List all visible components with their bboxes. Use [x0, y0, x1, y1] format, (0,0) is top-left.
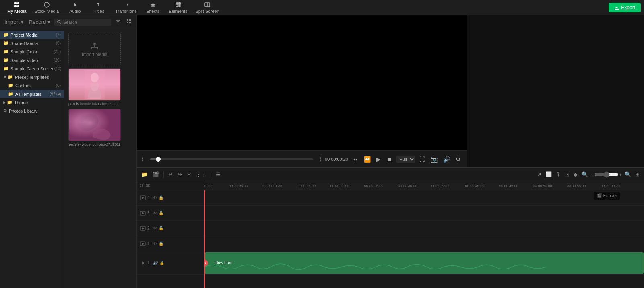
play-button[interactable]: ▶ — [375, 155, 382, 164]
media-thumbnail-pink — [68, 109, 121, 141]
svg-line-13 — [60, 23, 61, 23]
quality-select[interactable]: Full — [396, 156, 415, 163]
svg-rect-19 — [127, 22, 128, 23]
zoom-in-button[interactable]: 🔍 — [623, 170, 632, 179]
track-eye-button[interactable]: 👁 — [153, 211, 157, 215]
filter-button[interactable] — [114, 18, 122, 26]
zoom-slider[interactable] — [594, 171, 619, 178]
step-back-button[interactable]: ⏪ — [363, 155, 372, 164]
redo-button[interactable]: ↪ — [176, 170, 183, 179]
folder-icon: 📁 — [8, 83, 14, 88]
left-content: 📁 Project Media (2) 📁 Shared Media (0) 📁… — [0, 29, 136, 288]
playhead[interactable] — [204, 190, 205, 288]
svg-rect-18 — [129, 19, 131, 21]
timeline-clip-button[interactable]: 🎬 — [151, 170, 160, 179]
nav-my-media[interactable]: My Media — [3, 1, 31, 14]
rewind-button[interactable]: ⏮ — [351, 155, 359, 164]
track-lock-button[interactable]: 🔒 — [159, 195, 163, 200]
timeline-tool1[interactable]: ↗ — [536, 170, 543, 179]
svg-rect-23 — [85, 70, 105, 99]
collapse-arrow-icon: ▶ — [3, 101, 6, 105]
track-eye-button[interactable]: 👁 — [153, 226, 157, 230]
import-button[interactable]: Import ▾ — [3, 18, 25, 26]
tree-item-sample-green[interactable]: 📁 Sample Green Screen (10) — [0, 64, 64, 73]
split-button[interactable]: ⋮⋮ — [195, 170, 208, 179]
screenshot-button[interactable]: 📷 — [429, 155, 439, 164]
nav-effects[interactable]: Effects — [141, 1, 165, 14]
media-item-pink[interactable]: pexels-jv-buenconcejo-2719301 — [68, 109, 121, 146]
timeline-audio[interactable]: 🎙 — [555, 170, 562, 179]
timeline-keyframe[interactable]: ◆ — [572, 170, 579, 179]
search-input[interactable] — [63, 20, 108, 25]
svg-text:T: T — [97, 3, 99, 7]
stop-button[interactable]: ⏹ — [385, 155, 393, 164]
folder-icon: 📁 — [7, 100, 12, 105]
ruler-label-header: 00:00 — [137, 181, 204, 190]
track-lock-button[interactable]: 🔒 — [159, 226, 163, 230]
tree-item-custom[interactable]: 📁 Custom (0) — [0, 81, 64, 90]
track-mute-button[interactable]: 🔊 — [153, 261, 158, 265]
import-media-box[interactable]: Import Media — [68, 33, 121, 65]
timeline-snap[interactable]: ⊡ — [564, 170, 571, 179]
folder-icon: 📁 — [3, 49, 9, 54]
progress-bar[interactable] — [150, 158, 313, 160]
export-button[interactable]: Export — [609, 3, 641, 12]
nav-transitions[interactable]: Transitions — [111, 1, 140, 14]
track-lock-button[interactable]: 🔒 — [159, 211, 163, 215]
tree-item-sample-color[interactable]: 📁 Sample Color (25) — [0, 47, 64, 56]
video-track-icon — [140, 195, 146, 201]
top-nav: My Media Stock Media Audio T Titles Tran… — [0, 0, 644, 15]
track-eye-button[interactable]: 👁 — [153, 195, 157, 200]
settings-button[interactable]: ⚙ — [454, 155, 462, 164]
tree-item-photos-library[interactable]: ⚙ Photos Library — [0, 107, 64, 115]
filmora-watermark: 🎬 Filmora — [594, 192, 620, 200]
svg-marker-31 — [142, 227, 144, 230]
audio-clip-flow-free[interactable]: ✕ Flow Free — [205, 252, 644, 274]
track-eye-button[interactable]: 👁 — [153, 241, 157, 246]
tree-item-theme[interactable]: ▶ 📁 Theme — [0, 98, 64, 107]
tree-item-project-media[interactable]: 📁 Project Media (2) — [0, 31, 64, 39]
fullscreen-button[interactable]: ⛶ — [418, 155, 426, 164]
mark-out-button[interactable]: ⟩ — [320, 156, 322, 162]
tree-item-all-templates[interactable]: 📁 All Templates (92) ◀ — [0, 90, 64, 98]
track-label-1: 1 👁 🔒 — [137, 236, 204, 251]
track-settings-button[interactable]: ☰ — [215, 170, 222, 179]
waveform — [205, 261, 546, 274]
collapse-arrow-icon: ▼ — [3, 75, 7, 79]
pink-texture — [69, 109, 120, 141]
record-button[interactable]: Record ▾ — [27, 18, 52, 26]
audio-track-1: ✕ Flow Free — [204, 251, 644, 275]
grid-view-button[interactable] — [125, 18, 133, 26]
media-grid-area: Import Media pexe — [64, 29, 136, 288]
photos-icon: ⚙ — [3, 108, 7, 113]
volume-button[interactable]: 🔊 — [442, 155, 451, 164]
nav-audio[interactable]: Audio — [63, 1, 87, 14]
main-area: Import ▾ Record ▾ 📁 Pr — [0, 15, 644, 288]
svg-point-9 — [178, 5, 181, 7]
mark-in-button[interactable]: ⟨ — [142, 156, 144, 162]
tree-item-sample-video[interactable]: 📁 Sample Video (20) — [0, 56, 64, 64]
folder-icon: 📁 — [3, 58, 9, 63]
nav-stock-media[interactable]: Stock Media — [31, 1, 63, 14]
search-icon — [57, 20, 61, 24]
nav-split-screen[interactable]: Split Screen — [191, 1, 223, 14]
timeline-crop[interactable]: ⬜ — [544, 170, 553, 179]
track-lock-button[interactable]: 🔒 — [159, 261, 164, 265]
left-panel: Import ▾ Record ▾ 📁 Pr — [0, 15, 137, 288]
media-grid: Import Media pexe — [68, 33, 132, 146]
timeline-ruler[interactable]: 00:00:00 00:00:05:00 00:00:10:00 00:00:1… — [204, 181, 644, 190]
timeline-folder-button[interactable]: 📁 — [140, 170, 149, 179]
fit-button[interactable]: ⊞ — [634, 170, 641, 179]
import-media-item[interactable]: Import Media — [68, 33, 121, 65]
undo-button[interactable]: ↩ — [167, 170, 174, 179]
video-track-icon — [140, 241, 146, 247]
nav-titles[interactable]: T Titles — [87, 1, 111, 14]
tree-item-shared-media[interactable]: 📁 Shared Media (0) — [0, 39, 64, 47]
zoom-out-button[interactable]: 🔍 — [580, 170, 589, 179]
nav-elements[interactable]: Elements — [165, 1, 192, 14]
media-item-person[interactable]: pexels-bennie-lukas-bester-1217205 — [68, 68, 121, 106]
tree-item-preset-templates[interactable]: ▼ 📁 Preset Templates — [0, 73, 64, 81]
delete-button[interactable]: ✂ — [186, 170, 192, 179]
folder-icon: 📁 — [8, 74, 13, 80]
track-lock-button[interactable]: 🔒 — [159, 241, 163, 246]
